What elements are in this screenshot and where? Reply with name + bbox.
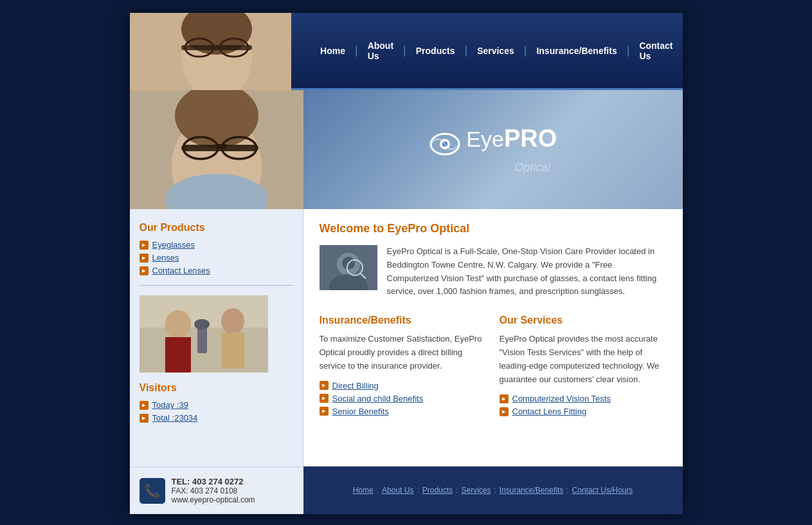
footer-sep: :: [494, 486, 496, 495]
logo-icon: [429, 131, 461, 158]
welcome-heading: Welcome to EyePro Optical: [320, 222, 667, 235]
header-photo-svg: [130, 13, 292, 90]
visitors-title: Visitors: [140, 382, 293, 394]
footer-bar: 📞 TEL: 403 274 0272 FAX: 403 274 0108 ww…: [130, 466, 683, 514]
eyeglasses-link[interactable]: Eyeglasses: [152, 240, 195, 250]
nav-row: Home | About Us | Products | Services | …: [130, 13, 683, 90]
logo-eye-text: Eye: [466, 127, 504, 151]
welcome-text: EyePro Optical is a Full-Scale, One-Stop…: [387, 245, 667, 299]
bullet-icon: [320, 381, 329, 390]
logo-pro-text: PRO: [504, 125, 557, 152]
sidebar-divider: [140, 285, 293, 286]
bullet-icon: [140, 414, 149, 423]
insurance-title: Insurance/Benefits: [320, 315, 487, 326]
logo-optical-text: Optical: [429, 161, 557, 174]
banner-photo-left: [130, 90, 303, 209]
footer-services-link[interactable]: Services: [461, 486, 491, 495]
contact-lenses-link[interactable]: Contact Lenses: [152, 266, 210, 275]
bullet-icon: [500, 394, 509, 403]
svg-point-22: [221, 308, 244, 334]
list-item: Lenses: [140, 253, 293, 262]
main-container: Our Products Eyeglasses Lenses Contact L…: [130, 209, 683, 466]
bullet-icon: [140, 401, 149, 410]
footer-contact-info: TEL: 403 274 0272 FAX: 403 274 0108 www.…: [172, 477, 255, 504]
svg-rect-13: [218, 144, 226, 149]
insurance-description: To maximize Customer Satisfaction, EyePr…: [320, 333, 487, 373]
bullet-icon: [320, 394, 329, 403]
direct-billing-link[interactable]: Direct Billing: [332, 381, 379, 391]
welcome-highlight: EyePro Optical: [387, 222, 469, 235]
bullet-icon: [500, 407, 509, 416]
nav-photo: [130, 13, 292, 90]
exam-photo-svg: [140, 295, 268, 373]
list-item: Eyeglasses: [140, 240, 293, 250]
svg-point-25: [194, 319, 210, 329]
banner-photo-svg: [130, 90, 303, 209]
logo: EyePRO Optical: [429, 125, 557, 175]
list-item: Today :39: [140, 400, 293, 410]
phone-icon: 📞: [140, 478, 165, 504]
bullet-icon: [320, 407, 329, 416]
banner-row: EyePRO Optical: [130, 90, 683, 209]
bullet-icon: [140, 253, 149, 262]
page-outer: Home | About Us | Products | Services | …: [0, 0, 812, 525]
list-item: Computerized Vision Tests: [500, 394, 667, 403]
footer-contact-link[interactable]: Contact Us/Hours: [572, 486, 633, 495]
svg-point-20: [165, 310, 191, 338]
visitors-links: Today :39 Total :23034: [140, 400, 293, 423]
nav-products[interactable]: Products: [406, 46, 465, 56]
footer-sep: :: [417, 486, 419, 495]
footer-sep: :: [566, 486, 568, 495]
bullet-icon: [140, 241, 149, 250]
content: Welcome to EyePro Optical: [303, 209, 683, 466]
products-title: Our Products: [140, 222, 293, 234]
sidebar-exam-photo: [140, 295, 268, 373]
list-item: Direct Billing: [320, 381, 487, 391]
welcome-photo: [320, 245, 377, 290]
services-links: Computerized Vision Tests Contact Lens F…: [500, 394, 667, 416]
nav-about[interactable]: About Us: [358, 41, 403, 61]
footer-sep: :: [377, 486, 379, 495]
footer-left: 📞 TEL: 403 274 0272 FAX: 403 274 0108 ww…: [130, 466, 303, 514]
nav-home[interactable]: Home: [311, 46, 355, 56]
today-visitors-link[interactable]: Today :39: [152, 400, 188, 410]
total-visitors-link[interactable]: Total :23034: [152, 413, 198, 423]
list-item: Contact Lens Fitting: [500, 407, 667, 416]
insurance-links: Direct Billing Social and child Benefits…: [320, 381, 487, 416]
list-item: Senior Benefits: [320, 407, 487, 416]
services-description: EyePro Optical provides the most accurat…: [500, 333, 667, 386]
sidebar: Our Products Eyeglasses Lenses Contact L…: [130, 209, 303, 466]
child-benefits-link[interactable]: Social and child Benefits: [332, 394, 424, 403]
list-item: Contact Lenses: [140, 266, 293, 275]
nav-insurance[interactable]: Insurance/Benefits: [527, 46, 626, 56]
list-item: Total :23034: [140, 413, 293, 423]
footer-right: Home : About Us : Products : Services : …: [303, 466, 683, 514]
footer-insurance-link[interactable]: Insurance/Benefits: [500, 486, 563, 495]
footer-home-link[interactable]: Home: [353, 486, 374, 495]
svg-rect-6: [213, 45, 220, 48]
banner-content: EyePRO Optical: [303, 90, 683, 209]
bullet-icon: [140, 266, 149, 275]
nav-services[interactable]: Services: [467, 46, 524, 56]
footer-fax: FAX: 403 274 0108: [172, 486, 255, 495]
site-wrapper: Home | About Us | Products | Services | …: [130, 13, 683, 514]
footer-website: www.eyepro-optical.com: [172, 495, 255, 504]
footer-sep: :: [456, 486, 458, 495]
footer-nav: Home : About Us : Products : Services : …: [353, 486, 633, 495]
lenses-link[interactable]: Lenses: [152, 253, 179, 262]
services-title: Our Services: [500, 315, 667, 326]
footer-about-link[interactable]: About Us: [382, 486, 413, 495]
contact-fitting-link[interactable]: Contact Lens Fitting: [512, 407, 587, 416]
insurance-column: Insurance/Benefits To maximize Customer …: [320, 315, 487, 419]
svg-rect-23: [221, 333, 244, 368]
nav-content: Home | About Us | Products | Services | …: [291, 13, 682, 88]
svg-rect-21: [165, 337, 191, 373]
vision-tests-link[interactable]: Computerized Vision Tests: [512, 394, 611, 403]
senior-benefits-link[interactable]: Senior Benefits: [332, 407, 389, 416]
nav-links: Home | About Us | Products | Services | …: [311, 41, 682, 61]
two-column-section: Insurance/Benefits To maximize Customer …: [320, 315, 667, 419]
footer-products-link[interactable]: Products: [422, 486, 453, 495]
list-item: Social and child Benefits: [320, 394, 487, 403]
welcome-section: EyePro Optical is a Full-Scale, One-Stop…: [320, 245, 667, 299]
nav-contact[interactable]: Contact Us: [629, 41, 682, 61]
